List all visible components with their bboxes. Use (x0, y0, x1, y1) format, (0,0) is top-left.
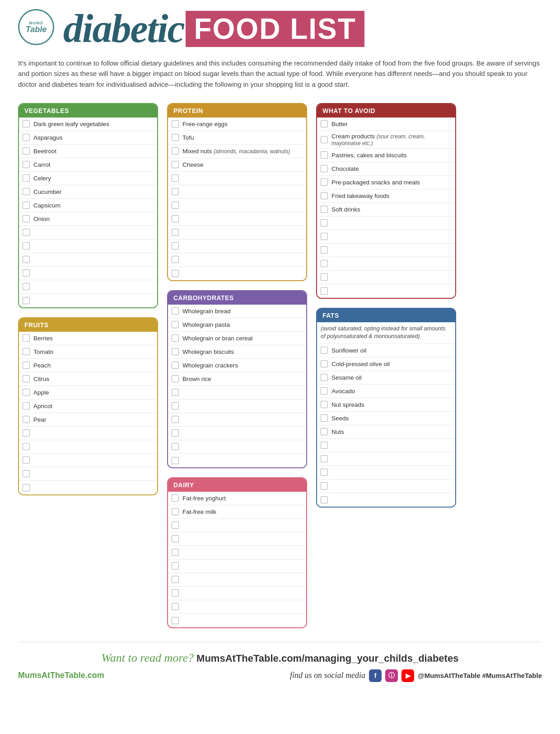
list-item[interactable]: Brown rice (168, 372, 306, 386)
list-item-empty[interactable] (168, 573, 306, 587)
checkbox[interactable] (23, 443, 30, 450)
checkbox[interactable] (172, 416, 179, 423)
list-item[interactable]: Butter (317, 118, 455, 131)
list-item-empty[interactable] (317, 284, 455, 298)
checkbox[interactable] (321, 496, 328, 503)
checkbox[interactable] (321, 179, 328, 186)
list-item[interactable]: Fried takeaway foods (317, 189, 455, 203)
list-item[interactable]: Apple (19, 386, 157, 400)
checkbox[interactable] (172, 549, 179, 556)
list-item-empty[interactable] (19, 240, 157, 253)
checkbox[interactable] (172, 362, 179, 369)
list-item-empty[interactable] (19, 467, 157, 481)
checkbox[interactable] (321, 233, 328, 240)
checkbox[interactable] (172, 229, 179, 236)
list-item[interactable]: Capsicum (19, 199, 157, 212)
list-item[interactable]: Wholegrain pasta (168, 318, 306, 332)
checkbox[interactable] (23, 348, 30, 355)
list-item[interactable]: Avocado (317, 385, 455, 398)
list-item[interactable]: Apricot (19, 400, 157, 413)
list-item-empty[interactable] (317, 439, 455, 452)
list-item-empty[interactable] (168, 427, 306, 440)
list-item[interactable]: Free-range eggs (168, 118, 306, 131)
checkbox[interactable] (23, 283, 30, 290)
list-item[interactable]: Onion (19, 212, 157, 226)
checkbox[interactable] (321, 360, 328, 367)
checkbox[interactable] (321, 273, 328, 281)
list-item-empty[interactable] (168, 600, 306, 614)
list-item-empty[interactable] (19, 440, 157, 454)
list-item[interactable]: Sesame oil (317, 371, 455, 385)
checkbox[interactable] (23, 147, 30, 155)
checkbox[interactable] (23, 120, 30, 127)
checkbox[interactable] (23, 470, 30, 477)
checkbox[interactable] (172, 321, 179, 328)
checkbox[interactable] (172, 348, 179, 355)
youtube-icon[interactable]: ▶ (401, 669, 414, 682)
list-item-empty[interactable] (168, 199, 306, 212)
checkbox[interactable] (321, 206, 328, 213)
checkbox[interactable] (23, 456, 30, 464)
checkbox[interactable] (23, 188, 30, 195)
checkbox[interactable] (321, 469, 328, 476)
list-item[interactable]: Wholegrain or bran cereal (168, 332, 306, 345)
facebook-icon[interactable]: f (369, 669, 382, 682)
checkbox[interactable] (321, 401, 328, 408)
checkbox[interactable] (172, 270, 179, 277)
list-item-empty[interactable] (19, 427, 157, 440)
list-item[interactable]: Tomato (19, 345, 157, 359)
checkbox[interactable] (23, 334, 30, 342)
checkbox[interactable] (172, 603, 179, 610)
checkbox[interactable] (321, 414, 328, 422)
checkbox[interactable] (321, 151, 328, 159)
list-item-empty[interactable] (317, 452, 455, 466)
checkbox[interactable] (172, 242, 179, 249)
list-item-empty[interactable] (168, 267, 306, 280)
checkbox[interactable] (23, 297, 30, 304)
checkbox[interactable] (172, 202, 179, 209)
list-item-empty[interactable] (168, 240, 306, 253)
list-item[interactable]: Pre-packaged snacks and meals (317, 176, 455, 189)
list-item[interactable]: Asparagus (19, 131, 157, 145)
list-item[interactable]: Citrus (19, 372, 157, 386)
checkbox[interactable] (172, 535, 179, 542)
checkbox[interactable] (321, 136, 328, 143)
list-item-empty[interactable] (19, 267, 157, 280)
list-item[interactable]: Cucumber (19, 185, 157, 199)
checkbox[interactable] (321, 374, 328, 381)
checkbox[interactable] (321, 347, 328, 354)
checkbox[interactable] (23, 389, 30, 396)
list-item[interactable]: Beetroot (19, 145, 157, 158)
checkbox[interactable] (321, 165, 328, 172)
list-item-empty[interactable] (168, 212, 306, 226)
list-item-empty[interactable] (317, 216, 455, 230)
list-item-empty[interactable] (19, 280, 157, 294)
checkbox[interactable] (23, 416, 30, 423)
checkbox[interactable] (321, 455, 328, 462)
list-item[interactable]: Wholegrain bread (168, 305, 306, 318)
list-item-empty[interactable] (168, 172, 306, 185)
list-item-empty[interactable] (168, 253, 306, 267)
instagram-icon[interactable]: ⓘ (385, 669, 398, 682)
checkbox[interactable] (23, 215, 30, 222)
checkbox[interactable] (321, 260, 328, 267)
list-item-empty[interactable] (168, 519, 306, 532)
list-item-empty[interactable] (168, 413, 306, 427)
checkbox[interactable] (172, 389, 179, 396)
checkbox[interactable] (321, 120, 328, 127)
list-item-empty[interactable] (168, 532, 306, 546)
checkbox[interactable] (172, 161, 179, 168)
list-item-empty[interactable] (168, 185, 306, 199)
list-item-empty[interactable] (19, 294, 157, 307)
checkbox[interactable] (321, 192, 328, 199)
checkbox[interactable] (172, 457, 179, 464)
checkbox[interactable] (321, 219, 328, 226)
checkbox[interactable] (172, 562, 179, 569)
list-item[interactable]: Wholegran biscuits (168, 345, 306, 359)
list-item[interactable]: Berries (19, 332, 157, 345)
list-item-empty[interactable] (168, 386, 306, 400)
list-item[interactable]: Nuts (317, 425, 455, 439)
list-item-empty[interactable] (168, 400, 306, 413)
list-item-empty[interactable] (317, 493, 455, 507)
list-item[interactable]: Mixed nuts (almonds, macadamia, walnuts) (168, 145, 306, 158)
